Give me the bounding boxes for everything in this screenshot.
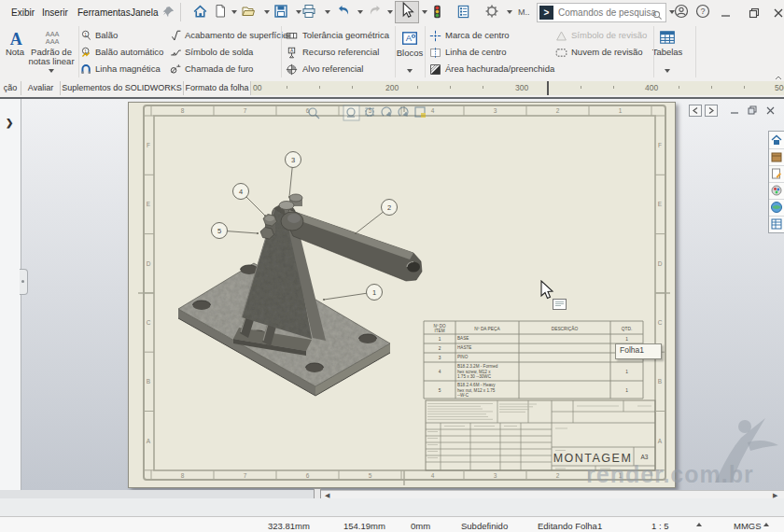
task-pane-tabs[interactable]	[768, 131, 784, 233]
open-button[interactable]	[241, 4, 256, 22]
weld-symbol-icon	[170, 47, 182, 59]
taskpane-file-explorer-icon[interactable]	[770, 167, 783, 180]
dropdown-caret-icon[interactable]	[507, 10, 512, 14]
taskpane-custom-properties-icon[interactable]	[770, 217, 783, 231]
balloon-number: 5	[217, 227, 221, 235]
ribbon-button-centerline[interactable]: Linha de centro	[429, 44, 507, 60]
tab-formato-da-folha[interactable]: Formato da folha	[184, 81, 251, 95]
dropdown-caret-icon[interactable]	[325, 10, 330, 14]
ribbon-button-datum-feature[interactable]: ARecurso referencial	[286, 44, 379, 60]
zone-number: 4	[431, 472, 435, 479]
zone-letter: F	[658, 142, 662, 148]
graphics-area[interactable]: ❯ Nº DOITEMNº DA PEÇADESCRIÇÃOQTD.1BASE1…	[0, 99, 784, 490]
tab-avaliar[interactable]: Avaliar	[21, 81, 61, 95]
bom-part: HASTE	[457, 345, 471, 350]
menu-exibir[interactable]: Exibir	[11, 7, 35, 18]
dropdown-caret-icon[interactable]	[49, 69, 54, 73]
minimize-button[interactable]	[721, 6, 731, 22]
bom-part: 1.75 x 30 --30WC	[457, 374, 492, 379]
options-list-icon[interactable]	[456, 5, 470, 22]
datum-target-icon	[286, 63, 298, 76]
pin-menu-icon[interactable]	[161, 5, 175, 22]
svg-text:1: 1	[84, 33, 87, 37]
dropdown-caret-icon[interactable]	[264, 10, 270, 14]
tab-suplementos-do-solidworks[interactable]: Suplementos do SOLIDWORKS	[61, 81, 184, 95]
bom-item: 2	[439, 346, 441, 351]
ribbon-button-geometric-tolerance[interactable]: Tolerância geométrica	[286, 27, 389, 43]
dropdown-caret-icon[interactable]	[296, 10, 301, 14]
ribbon-button-magnetic-line[interactable]: Linha magnética	[80, 61, 161, 77]
print-button[interactable]	[301, 4, 316, 22]
dropdown-caret-icon[interactable]	[665, 69, 670, 73]
close-button[interactable]	[773, 6, 784, 22]
status-caret-icon[interactable]	[696, 523, 702, 526]
taskpane-3dcontent-icon[interactable]	[770, 201, 783, 214]
new-document-button[interactable]	[213, 4, 228, 22]
mouse-cursor	[538, 280, 571, 310]
undo-button[interactable]	[336, 4, 351, 22]
search-magnifier-icon[interactable]	[652, 7, 663, 24]
drawing-sheet[interactable]: Nº DOITEMNº DA PEÇADESCRIÇÃOQTD.1BASE12H…	[128, 102, 676, 488]
ribbon-button-revision-cloud[interactable]: Nuvem de revisão	[555, 44, 643, 60]
taskpane-design-library-icon[interactable]	[770, 150, 783, 163]
save-icon	[273, 4, 288, 19]
ribbon-button-linear-note-pattern[interactable]: AAAAAAPadrão de notas linear	[31, 26, 72, 78]
horizontal-scrollbar[interactable]: ◀ ▶	[0, 490, 784, 498]
toolbar-overflow-label: M..	[518, 7, 530, 17]
magnetic-line-icon	[80, 63, 92, 76]
dropdown-caret-icon[interactable]	[422, 10, 427, 14]
note-icon: A	[7, 29, 23, 46]
linear-note-pattern-icon: AAAAAA	[43, 29, 60, 46]
redo-button[interactable]	[368, 4, 383, 22]
taskpane-appearances-icon[interactable]	[770, 184, 783, 197]
status-2: 0mm	[411, 521, 430, 531]
ribbon-button-auto-balloon[interactable]: 1Balão automático	[80, 44, 163, 60]
bom-item: 3	[439, 356, 441, 360]
dropdown-caret-icon[interactable]	[231, 10, 237, 14]
menu-ferramentas[interactable]: Ferramentas	[77, 7, 131, 18]
ribbon-button-balloon[interactable]: 1Balão	[80, 27, 118, 43]
save-button[interactable]	[273, 4, 288, 22]
status-gap	[0, 498, 784, 516]
titlebar: ExibirInserirFerramentasJanelaM..>Comand…	[0, 0, 784, 25]
status-0: 323.81mm	[268, 521, 310, 531]
ribbon-button-revision-symbol[interactable]: Símbolo de revisão	[555, 27, 647, 43]
settings-gear-icon[interactable]	[484, 4, 499, 22]
tab---o[interactable]: ção	[0, 81, 21, 95]
menu-janela[interactable]: Janela	[131, 7, 158, 18]
svg-text:AAA: AAA	[46, 37, 60, 46]
balloon-number: 4	[239, 188, 243, 196]
svg-text:?: ?	[700, 7, 705, 16]
expand-panel-icon[interactable]: ❯	[6, 118, 13, 128]
dropdown-caret-icon[interactable]	[407, 69, 413, 73]
taskpane-home-icon[interactable]	[770, 133, 783, 147]
home-button[interactable]	[192, 4, 208, 23]
document-window-controls[interactable]	[689, 105, 782, 118]
dropdown-caret-icon[interactable]	[387, 10, 393, 14]
ruler-number: 400	[645, 83, 658, 92]
zone-letter: F	[147, 142, 150, 148]
ribbon-button-datum-target[interactable]: Alvo referencial	[286, 61, 363, 77]
account-icon[interactable]	[674, 4, 689, 22]
ribbon-button-center-mark[interactable]: Marca de centro	[429, 27, 510, 43]
ribbon-button-weld-symbol[interactable]: Símbolo de solda	[170, 44, 253, 60]
feature-manager-collapsed-panel[interactable]: ❯	[0, 99, 21, 490]
status-caret-icon[interactable]	[763, 523, 769, 526]
dropdown-caret-icon[interactable]	[357, 10, 363, 14]
status-6: MMGS	[734, 521, 762, 531]
panel-splitter-handle[interactable]	[20, 269, 28, 295]
select-tool-button[interactable]	[395, 1, 419, 23]
restore-button[interactable]	[749, 6, 760, 22]
rebuild-traffic-light-icon[interactable]	[430, 5, 444, 22]
menu-inserir[interactable]: Inserir	[42, 7, 68, 18]
status-3: Subdefinido	[461, 521, 508, 531]
ribbon-button-surface-finish[interactable]: Acabamento de superfície	[170, 27, 287, 43]
ribbon-button-hatch-area[interactable]: Área hachurada/preenchida	[429, 61, 554, 77]
auto-balloon-icon: 1	[80, 47, 92, 59]
heads-up-view-toolbar[interactable]	[303, 104, 429, 122]
bom-table: Nº DOITEMNº DA PEÇADESCRIÇÃOQTD.1BASE12H…	[424, 321, 643, 399]
ribbon-button-hole-callout[interactable]: Chamada de furo	[170, 61, 253, 77]
search-input[interactable]: >Comandos de pesquisa	[537, 3, 666, 22]
help-icon[interactable]: ?	[695, 4, 710, 22]
bom-part: hex screw, M12 x	[457, 370, 491, 374]
